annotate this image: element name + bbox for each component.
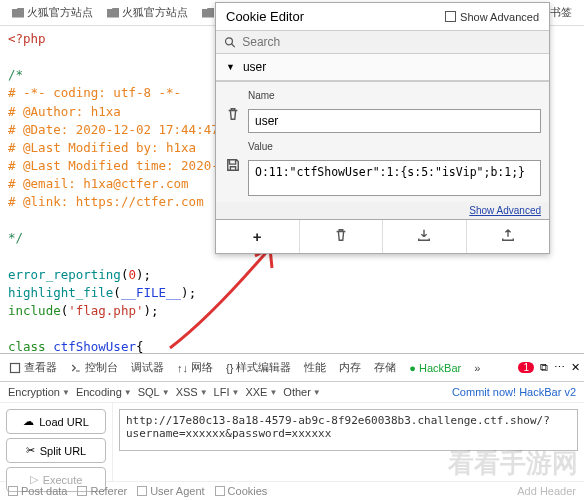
search-icon — [224, 36, 236, 49]
folder-icon — [12, 8, 24, 18]
dd-xxe[interactable]: XXE▼ — [245, 386, 277, 398]
trash-icon[interactable] — [224, 107, 242, 133]
code-line: include('flag.php'); — [8, 302, 576, 320]
code-line: highlight_file(__FILE__); — [8, 284, 576, 302]
devtools-tabs: 查看器 控制台 调试器 ↑↓网络 {}样式编辑器 性能 内存 存储 ● Hack… — [0, 354, 584, 382]
tab-storage[interactable]: 存储 — [369, 357, 401, 378]
load-url-button[interactable]: ☁Load URL — [6, 409, 106, 434]
tab-inspector[interactable]: 查看器 — [4, 357, 62, 378]
dock-icon[interactable]: ⧉ — [540, 361, 548, 374]
cookie-search[interactable] — [216, 31, 549, 54]
cookie-editor-panel: Cookie Editor Show Advanced ▼ user Name … — [215, 2, 550, 254]
export-button[interactable] — [467, 220, 550, 253]
split-url-button[interactable]: ✂Split URL — [6, 438, 106, 463]
dd-sql[interactable]: SQL▼ — [138, 386, 170, 398]
check-postdata[interactable]: Post data — [8, 485, 67, 497]
check-cookies[interactable]: Cookies — [215, 485, 268, 497]
show-advanced-link[interactable]: Show Advanced — [216, 202, 549, 219]
value-label: Value — [248, 141, 541, 152]
folder-icon — [202, 8, 214, 18]
cloud-icon: ☁ — [23, 415, 34, 428]
url-input[interactable] — [119, 409, 578, 451]
search-input[interactable] — [242, 35, 541, 49]
add-cookie-button[interactable]: + — [216, 220, 300, 253]
tab-performance[interactable]: 性能 — [299, 357, 331, 378]
menu-icon[interactable]: ⋯ — [554, 361, 565, 374]
cookie-value-input[interactable] — [248, 160, 541, 196]
error-badge[interactable]: 1 — [518, 362, 534, 373]
svg-point-0 — [226, 37, 233, 44]
dd-xss[interactable]: XSS▼ — [176, 386, 208, 398]
svg-rect-2 — [11, 363, 20, 372]
tab-console[interactable]: 控制台 — [65, 357, 123, 378]
tab-styles[interactable]: {}样式编辑器 — [221, 357, 296, 378]
save-icon[interactable] — [224, 158, 242, 196]
add-header-button[interactable]: Add Header — [517, 485, 576, 497]
cookie-item-name[interactable]: user — [243, 60, 266, 74]
chevron-down-icon[interactable]: ▼ — [226, 62, 235, 72]
check-useragent[interactable]: User Agent — [137, 485, 204, 497]
console-icon — [70, 362, 82, 374]
dd-encoding[interactable]: Encoding▼ — [76, 386, 132, 398]
name-label: Name — [248, 90, 541, 101]
inspector-icon — [9, 362, 21, 374]
import-button[interactable] — [383, 220, 467, 253]
check-referer[interactable]: Referer — [77, 485, 127, 497]
devtools-panel: 查看器 控制台 调试器 ↑↓网络 {}样式编辑器 性能 内存 存储 ● Hack… — [0, 353, 584, 500]
dd-encryption[interactable]: Encryption▼ — [8, 386, 70, 398]
close-icon[interactable]: ✕ — [571, 361, 580, 374]
delete-all-button[interactable] — [300, 220, 384, 253]
tab-hackbar[interactable]: ● HackBar — [404, 359, 466, 377]
bookmark-tab[interactable]: 火狐官方站点 — [6, 3, 99, 22]
dd-other[interactable]: Other▼ — [283, 386, 320, 398]
commit-link[interactable]: Commit now! HackBar v2 — [452, 386, 576, 398]
svg-line-1 — [232, 44, 235, 47]
cookie-name-input[interactable] — [248, 109, 541, 133]
cookie-editor-title: Cookie Editor — [226, 9, 304, 24]
code-line: error_reporting(0); — [8, 266, 576, 284]
folder-icon — [107, 8, 119, 18]
scissors-icon: ✂ — [26, 444, 35, 457]
dd-lfi[interactable]: LFI▼ — [214, 386, 240, 398]
bookmark-tab[interactable]: 火狐官方站点 — [101, 3, 194, 22]
show-advanced-check[interactable]: Show Advanced — [445, 11, 539, 23]
tab-network[interactable]: ↑↓网络 — [172, 357, 218, 378]
hackbar-menu: Encryption▼ Encoding▼ SQL▼ XSS▼ LFI▼ XXE… — [0, 382, 584, 403]
tab-debugger[interactable]: 调试器 — [126, 357, 169, 378]
tab-memory[interactable]: 内存 — [334, 357, 366, 378]
tab-more[interactable]: » — [469, 359, 485, 377]
